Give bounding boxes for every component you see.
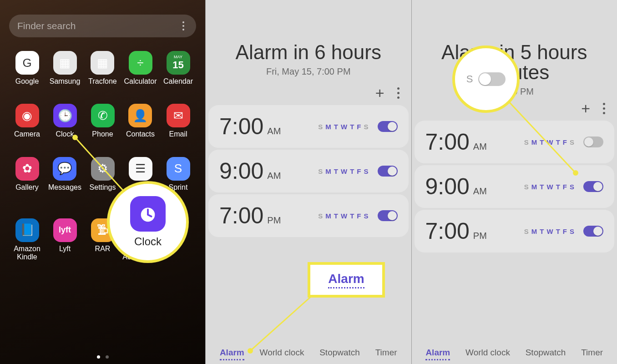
app-label: Samsung xyxy=(50,77,81,86)
alarm-row[interactable]: 9:00AMSMTWTFS xyxy=(415,165,615,208)
alarm-ampm: PM xyxy=(267,215,281,226)
alarm-ampm: AM xyxy=(473,142,487,152)
app-email[interactable]: ✉Email xyxy=(167,104,190,138)
tab-bar: AlarmWorld clockStopwatchTimer xyxy=(206,348,411,358)
app-label: Phone xyxy=(92,130,113,138)
app-label: Contacts xyxy=(126,130,155,138)
alarm-row[interactable]: 7:00PMSMTWTFS xyxy=(208,194,409,237)
alarm-ampm: AM xyxy=(267,126,281,136)
app-label: Camera xyxy=(14,130,40,138)
app-contacts[interactable]: 👤Contacts xyxy=(126,104,155,138)
my-account-icon: ☰ xyxy=(129,157,152,181)
app-label: Settings xyxy=(90,183,116,192)
app-lyft[interactable]: lyftLyft xyxy=(53,218,77,262)
alarm-toggle[interactable] xyxy=(583,181,603,192)
alarm-ampm: AM xyxy=(473,186,487,197)
alarm-time: 7:00 xyxy=(425,218,470,244)
add-alarm-button[interactable]: + xyxy=(581,101,590,116)
app-clock[interactable]: 🕒Clock xyxy=(53,104,77,138)
alarm-tab-callout-label: Alarm xyxy=(328,272,364,288)
tab-timer[interactable]: Timer xyxy=(375,348,397,358)
app-label: Messages xyxy=(48,183,81,192)
alarm-toggle-off xyxy=(478,72,506,86)
alarm-time: 9:00 xyxy=(219,158,263,184)
tab-bar: AlarmWorld clockStopwatchTimer xyxy=(412,348,617,358)
kebab-icon[interactable] xyxy=(397,87,400,99)
app-amazon-kindle[interactable]: 📘Amazon Kindle xyxy=(9,218,46,262)
add-alarm-button[interactable]: + xyxy=(375,85,384,101)
alarm-row[interactable]: 7:00AMSMTWTFS xyxy=(208,105,409,148)
search-placeholder: Finder search xyxy=(17,20,179,31)
tab-stopwatch[interactable]: Stopwatch xyxy=(526,348,566,358)
alarm-toggle[interactable] xyxy=(378,166,398,177)
alarm-list: 7:00AMSMTWTFS9:00AMSMTWTFS7:00PMSMTWTFS xyxy=(412,121,617,253)
app-samsung[interactable]: ▦Samsung xyxy=(50,51,81,86)
google-icon: G xyxy=(15,51,39,75)
tab-alarm[interactable]: Alarm xyxy=(425,348,450,358)
kebab-icon[interactable] xyxy=(179,21,188,30)
messages-icon: 💬 xyxy=(53,157,76,181)
toggle-callout: S xyxy=(452,46,520,113)
app-google[interactable]: GGoogle xyxy=(15,51,39,86)
app-calculator[interactable]: ÷Calculator xyxy=(124,51,157,86)
tab-alarm[interactable]: Alarm xyxy=(220,348,244,358)
alarm-toggle[interactable] xyxy=(378,210,398,221)
clock-callout: Clock xyxy=(107,181,189,263)
alarm-time: 7:00 xyxy=(219,202,263,229)
amazon-kindle-icon: 📘 xyxy=(15,218,39,242)
calculator-icon: ÷ xyxy=(129,51,152,75)
samsung-icon: ▦ xyxy=(53,51,77,75)
alarm-time: 9:00 xyxy=(425,173,470,200)
app-camera[interactable]: ◉Camera xyxy=(14,104,40,138)
toggle-callout-day: S xyxy=(466,73,473,85)
alarm-toolbar: + xyxy=(412,97,617,121)
app-phone[interactable]: ✆Phone xyxy=(91,104,115,138)
app-label: RAR xyxy=(95,245,111,253)
tab-world-clock[interactable]: World clock xyxy=(465,348,510,358)
alarm-toggle[interactable] xyxy=(583,226,603,237)
sprint-icon: S xyxy=(167,157,190,181)
tab-timer[interactable]: Timer xyxy=(581,348,603,358)
alarm-toggle[interactable] xyxy=(583,136,603,147)
app-label: Clock xyxy=(56,130,74,138)
app-label: Google xyxy=(15,77,39,86)
alarm-row[interactable]: 7:00PMSMTWTFS xyxy=(415,210,615,253)
camera-icon: ◉ xyxy=(15,104,39,127)
lyft-icon: lyft xyxy=(53,218,77,242)
alarm-row[interactable]: 9:00AMSMTWTFS xyxy=(208,150,409,192)
tab-stopwatch[interactable]: Stopwatch xyxy=(319,348,360,358)
page-indicator[interactable] xyxy=(0,355,205,359)
alarm-days: SMTWTFS xyxy=(318,123,368,131)
app-label: Calculator xyxy=(124,77,157,86)
alarm-days: SMTWTFS xyxy=(524,228,574,235)
app-calendar[interactable]: MAY15Calendar xyxy=(163,51,193,86)
kebab-icon[interactable] xyxy=(603,103,605,114)
alarm-header-title: Alarm in 5 hours xyxy=(412,41,617,64)
alarm-ampm: PM xyxy=(473,231,487,241)
alarm-tab-callout: Alarm xyxy=(308,262,385,298)
alarm-toolbar: + xyxy=(206,77,411,105)
alarm-toggle[interactable] xyxy=(378,121,398,132)
app-gallery[interactable]: ✿Gallery xyxy=(15,157,39,200)
finder-search-bar[interactable]: Finder search xyxy=(9,15,196,37)
alarm-header: Alarm in 6 hours Fri, May 15, 7:00 PM xyxy=(206,0,411,77)
settings-icon: ⚙ xyxy=(91,157,115,181)
app-settings[interactable]: ⚙Settings xyxy=(90,157,116,200)
alarm-ampm: AM xyxy=(267,171,281,181)
email-icon: ✉ xyxy=(167,104,190,127)
app-label: Lyft xyxy=(59,245,71,253)
tracfone-icon: ▦ xyxy=(91,51,114,75)
alarm-days: SMTWTFS xyxy=(524,138,574,146)
alarm-days: SMTWTFS xyxy=(524,183,574,191)
tab-world-clock[interactable]: World clock xyxy=(260,348,304,358)
clock-app-panel-1: Alarm in 6 hours Fri, May 15, 7:00 PM + … xyxy=(205,0,412,364)
alarm-time: 7:00 xyxy=(425,129,470,155)
alarm-row[interactable]: 7:00AMSMTWTFS xyxy=(415,121,615,163)
alarm-header-title: Alarm in 6 hours xyxy=(206,41,411,64)
phone-icon: ✆ xyxy=(91,104,115,127)
clock-icon: 🕒 xyxy=(53,104,77,127)
alarm-header-subtitle: Fri, May 15, 7:00 PM xyxy=(206,66,411,77)
app-tracfone[interactable]: ▦Tracfone xyxy=(88,51,117,86)
app-messages[interactable]: 💬Messages xyxy=(48,157,81,200)
alarm-list: 7:00AMSMTWTFS9:00AMSMTWTFS7:00PMSMTWTFS xyxy=(206,105,411,237)
